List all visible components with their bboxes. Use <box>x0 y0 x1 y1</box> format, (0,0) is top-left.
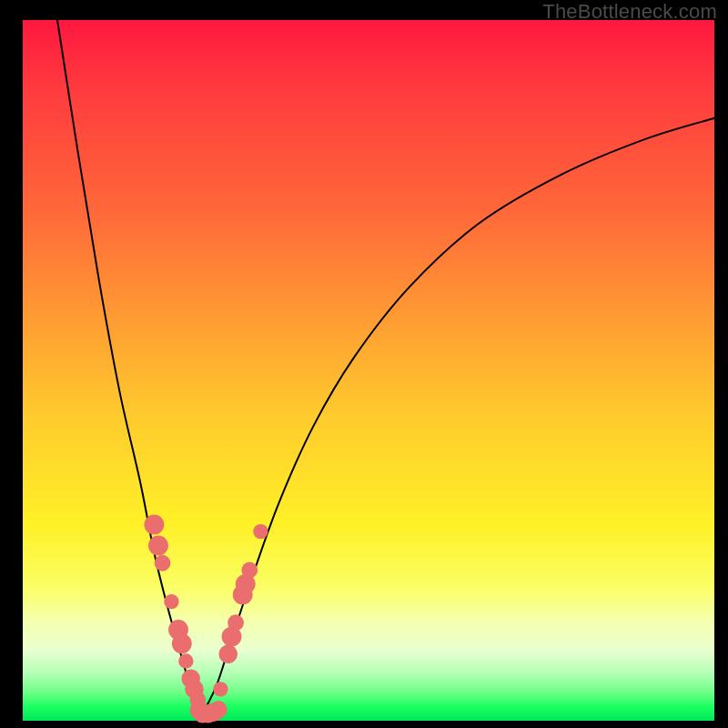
curve-left-branch <box>57 20 203 713</box>
bead-marker <box>228 614 244 631</box>
bead-marker <box>155 555 171 571</box>
bead-marker <box>213 682 228 696</box>
bead-marker <box>210 701 228 718</box>
bead-marker <box>253 524 268 539</box>
curve-layer <box>23 20 714 721</box>
chart-frame: TheBottleneck.com <box>0 0 728 728</box>
bead-marker <box>178 653 193 668</box>
bead-marker <box>241 562 258 579</box>
bead-marker <box>172 633 192 653</box>
bead-marker <box>218 645 238 664</box>
bead-marker <box>148 536 168 556</box>
plot-outer <box>23 20 714 721</box>
curve-right-branch <box>203 118 714 714</box>
bead-marker <box>164 594 178 609</box>
bead-marker <box>144 514 164 534</box>
bead-markers <box>144 514 268 723</box>
